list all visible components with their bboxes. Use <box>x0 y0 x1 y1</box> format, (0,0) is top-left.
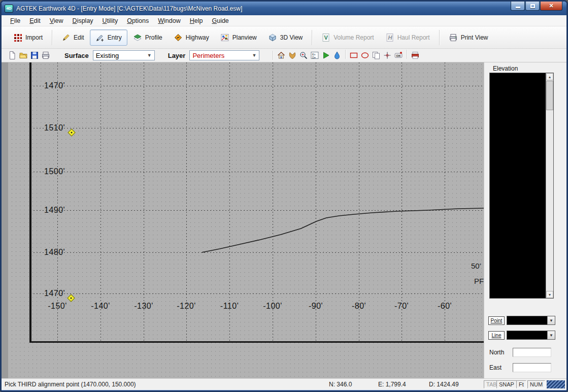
toolbar-button-label: 3D View <box>280 34 303 41</box>
open-file-icon[interactable] <box>18 50 29 61</box>
line-row: Line ▼ <box>488 331 555 340</box>
toolbar-button-label: Highway <box>186 34 209 41</box>
line-button[interactable]: Line <box>488 331 505 340</box>
line-combo[interactable]: ▼ <box>507 331 555 340</box>
ok-key-icon[interactable]: OK <box>393 50 404 61</box>
resize-grip[interactable] <box>547 380 565 388</box>
edit-pencil-icon <box>61 33 71 42</box>
svg-text:OK: OK <box>396 54 402 57</box>
menu-item-help[interactable]: Help <box>185 16 208 26</box>
horizontal-gridline <box>30 293 484 294</box>
menu-item-utility[interactable]: Utility <box>98 16 123 26</box>
measure-icon[interactable] <box>382 50 393 61</box>
surface-combo[interactable]: Existing ▼ <box>93 50 155 60</box>
save-icon[interactable] <box>29 50 40 61</box>
toolbar-button-haul-report[interactable]: HHaul Report <box>380 29 436 46</box>
elevation-listbox[interactable]: ▲ ▼ <box>489 73 554 299</box>
menu-item-guide[interactable]: Guide <box>207 16 233 26</box>
vertical-gridline <box>144 62 144 341</box>
toolbar-button-label: Edit <box>74 34 84 41</box>
scrollbar-thumb[interactable] <box>546 81 553 110</box>
point-combo[interactable]: ▼ <box>507 316 555 325</box>
layer-combo[interactable]: Perimeters ▼ <box>189 50 259 60</box>
titlebar: 4D AGTEK Earthwork 4D - [Entry Mode] [C:… <box>2 2 566 15</box>
toolbar-button-3d-view[interactable]: 3D View <box>262 29 308 46</box>
minimize-icon <box>516 7 520 8</box>
toolbar-separator <box>345 50 346 59</box>
shade-icon[interactable] <box>287 50 298 61</box>
menu-item-window[interactable]: Window <box>153 16 185 26</box>
units-indicator[interactable]: Ft <box>516 380 526 388</box>
toolbar-button-profile[interactable]: Profile <box>127 29 168 46</box>
rectangle-tool-icon[interactable] <box>348 50 359 61</box>
planview-icon <box>220 33 229 42</box>
send-icon[interactable] <box>410 50 421 61</box>
toolbar-button-planview[interactable]: Planview <box>215 29 262 46</box>
layer-label: Layer <box>168 52 186 59</box>
north-input[interactable] <box>513 348 551 357</box>
toolbar-button-edit[interactable]: Edit <box>56 29 90 46</box>
toolbar-separator <box>273 51 273 60</box>
play-icon[interactable] <box>320 50 331 61</box>
y-axis-label: 1500' <box>44 167 65 176</box>
elevation-scrollbar[interactable]: ▲ ▼ <box>546 73 553 298</box>
close-button[interactable]: ✕ <box>540 2 562 11</box>
x-axis-label: -150' <box>48 302 67 311</box>
vertical-gridline <box>101 62 101 341</box>
point-button[interactable]: Point <box>488 316 505 325</box>
surface-label: Surface <box>64 52 89 59</box>
circle-tool-icon[interactable] <box>359 50 371 61</box>
toolbar-button-label: Planview <box>232 34 257 41</box>
app-icon: 4D <box>5 5 13 13</box>
scroll-down-icon[interactable]: ▼ <box>546 291 553 298</box>
menu-item-view[interactable]: View <box>45 16 68 26</box>
chevron-down-icon[interactable]: ▼ <box>547 316 555 324</box>
x-axis-label: -80' <box>352 302 366 311</box>
toolbar-button-volume-report[interactable]: VVolume Report <box>316 29 379 46</box>
x-axis-label: -130' <box>134 302 153 311</box>
volume-report-icon: V <box>321 33 330 42</box>
profile-icon <box>133 33 142 42</box>
east-input[interactable] <box>513 363 551 372</box>
vertical-gridline <box>402 62 402 341</box>
toolbar-button-print-view[interactable]: Print View <box>443 29 494 46</box>
menu-item-display[interactable]: Display <box>68 16 98 26</box>
x-axis-label: -90' <box>309 302 323 311</box>
vertical-gridline <box>57 62 58 341</box>
vertical-gridline <box>359 62 359 341</box>
toolbar-button-label: Profile <box>145 34 162 41</box>
vertical-gridline <box>273 62 273 341</box>
y-axis-label: 1470' <box>44 289 65 298</box>
home-icon[interactable] <box>276 50 287 61</box>
snap-marker-icon <box>67 294 75 302</box>
app-window: 4D AGTEK Earthwork 4D - [Entry Mode] [C:… <box>0 0 568 392</box>
scroll-up-icon[interactable]: ▲ <box>546 73 553 80</box>
zoom-in-icon[interactable] <box>298 50 309 61</box>
droplet-icon[interactable] <box>331 50 343 61</box>
copy-icon[interactable] <box>371 50 382 61</box>
file-icon-group <box>7 50 51 61</box>
window-title: AGTEK Earthwork 4D - [Entry Mode] [C:\AG… <box>16 5 242 12</box>
menu-item-options[interactable]: Options <box>122 16 153 26</box>
new-file-icon[interactable] <box>7 50 18 61</box>
horizontal-gridline <box>30 172 484 172</box>
chevron-down-icon[interactable]: ▼ <box>547 331 555 339</box>
drawing-canvas[interactable]: -150'-140'-130'-120'-110'-100'-90'-80'-7… <box>2 62 484 378</box>
maximize-button[interactable] <box>525 2 540 11</box>
menu-item-file[interactable]: File <box>6 16 25 26</box>
toolbar-button-import[interactable]: Import <box>8 29 48 46</box>
secondary-toolbar: Surface Existing ▼ Layer Perimeters ▼ Ex… <box>2 49 566 62</box>
print-icon[interactable] <box>40 50 51 61</box>
toolbar-button-label: Volume Report <box>333 34 374 41</box>
horizontal-gridline <box>30 210 484 211</box>
y-axis-label: 1510' <box>44 123 65 133</box>
toolbar-button-highway[interactable]: Highway <box>168 29 215 46</box>
menu-item-edit[interactable]: Edit <box>25 16 45 26</box>
east-coordinate: E: 1,799.4 <box>378 381 406 388</box>
minimize-button[interactable] <box>511 2 525 11</box>
toolbar-button-entry[interactable]: Entry <box>90 29 127 46</box>
num-lock-indicator[interactable]: NUM <box>527 380 545 388</box>
zoom-extents-icon[interactable]: ExDe <box>309 50 320 61</box>
snap-indicator[interactable]: SNAP <box>496 380 517 388</box>
vertical-gridline <box>445 62 445 341</box>
